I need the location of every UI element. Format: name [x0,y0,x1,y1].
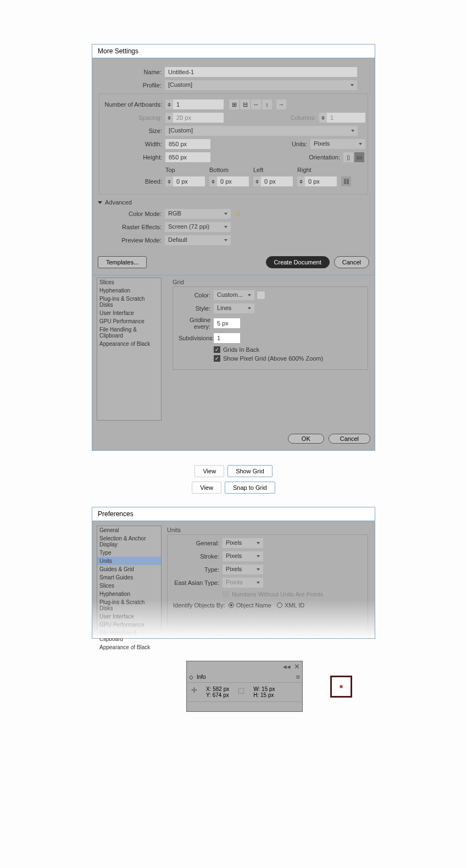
sidebar-item-type[interactable]: Type [97,549,161,557]
show-pixel-grid-check[interactable] [214,355,220,362]
sidebar-item-smartguides[interactable]: Smart Guides [97,573,161,582]
grids-in-back-check[interactable] [214,346,220,353]
artboards-spinner[interactable] [165,99,173,109]
subdiv-input[interactable] [214,333,240,343]
type-select[interactable]: Pixels [223,565,263,574]
width-input[interactable] [165,139,210,149]
grid-by-row-icon[interactable]: ⊞ [229,99,239,109]
templates-button[interactable]: Templates... [98,256,147,268]
arrange-rtl-icon[interactable]: ↕ [262,99,272,109]
width-label: Width: [102,141,165,147]
panel-menu-icon[interactable]: ≡ [296,673,300,681]
columns-label: Columns: [291,114,316,121]
bleed-left-input[interactable] [261,176,293,186]
info-title: Info [197,674,206,680]
units-select[interactable]: Pixels [310,139,365,149]
sidebar-item-black[interactable]: Appearance of Black [97,643,161,651]
orientation-label: Orientation: [309,154,340,161]
dialog-title: Preferences [92,507,375,521]
numbers-without-units-check [223,591,229,598]
gridline-input[interactable] [214,318,240,328]
grid-by-col-icon[interactable]: ⊟ [240,99,250,109]
sidebar-item-guides[interactable]: Guides & Grid [97,565,161,573]
portrait-icon[interactable]: ▯ [343,152,353,162]
arrange-arrow-icon[interactable]: → [276,99,286,109]
bleed-left-spinner[interactable] [253,176,261,186]
grid-style-label: Style: [179,305,214,312]
spacing-spinner [165,113,173,123]
preferences-grid-dialog: Slices Hyphenation Plug-ins & Scratch Di… [92,275,375,451]
ok-button[interactable]: OK [288,434,324,444]
stroke-label: Stroke: [173,553,223,560]
colormode-select[interactable]: RGB [165,209,231,219]
bleed-right-spinner[interactable] [297,176,305,186]
sidebar-item-slices[interactable]: Slices [97,582,161,590]
grid-color-swatch[interactable] [257,291,265,300]
sidebar-item-selection[interactable]: Selection & Anchor Display [97,534,161,549]
units-panel-title: Units [167,527,368,533]
sidebar-item-gpu[interactable]: GPU Performance [97,317,161,325]
info-y-value: 674 px [213,692,229,698]
east-asian-label: East Asian Type: [173,579,223,586]
name-input[interactable] [165,67,357,77]
bleed-right-label: Right [297,167,341,173]
bleed-top-spinner[interactable] [165,176,173,186]
columns-spinner [319,113,327,123]
spacing-input [173,113,224,123]
bleed-left-label: Left [253,167,297,173]
profile-label: Profile: [98,82,165,89]
cancel-button[interactable]: Cancel [334,256,369,268]
bleed-right-input[interactable] [305,176,337,186]
type-label: Type: [173,566,223,573]
close-icon[interactable]: ✕ [294,662,300,671]
grid-style-select[interactable]: Lines [214,303,254,313]
create-document-button[interactable]: Create Document [266,256,330,268]
profile-select[interactable]: [Custom] [165,80,357,90]
reference-thumbnail [330,676,352,698]
height-input[interactable] [165,152,210,162]
snap-to-grid-button[interactable]: Snap to Grid [225,482,275,494]
show-grid-button[interactable]: Show Grid [227,465,272,477]
advanced-toggle[interactable]: Advanced [98,199,369,206]
preview-select[interactable]: Default [165,235,231,245]
raster-select[interactable]: Screen (72 ppi) [165,222,231,232]
bleed-bottom-input[interactable] [217,176,249,186]
bleed-link-icon[interactable]: ⛓ [341,176,351,186]
sidebar-item-black[interactable]: Appearance of Black [97,340,161,348]
info-x-value: 582 px [213,686,229,692]
gridline-label: Gridline every: [179,317,214,330]
sidebar-item-slices[interactable]: Slices [97,278,161,286]
height-label: Height: [102,154,165,161]
stroke-select[interactable]: Pixels [223,551,263,561]
sidebar-item-general[interactable]: General [97,526,161,534]
warning-icon: ⚠ [235,210,241,218]
sidebar-item-hyphenation[interactable]: Hyphenation [97,590,161,598]
landscape-icon[interactable]: ▭ [354,152,364,162]
columns-input [327,113,365,123]
bleed-bottom-spinner[interactable] [209,176,217,186]
view-menu-button[interactable]: View [194,465,224,477]
artboards-label: Number of Artboards: [102,101,165,108]
info-panel: ◂◂ ✕ ◇ Info ≡ ✛ X: 582 px Y: 674 px ⬚ W:… [186,661,303,712]
artboards-input[interactable] [173,99,224,109]
size-select[interactable]: [Custom] [165,126,358,136]
grid-color-label: Color: [179,292,214,298]
sidebar-item-units[interactable]: Units [97,557,161,565]
arrange-ltr-icon[interactable]: ↔ [251,99,261,109]
view-menu-button-2[interactable]: View [192,482,221,494]
sidebar-item-ui[interactable]: User Interface [97,309,161,317]
sidebar-item-plugins[interactable]: Plug-ins & Scratch Disks [97,295,161,309]
collapse-icon[interactable]: ◂◂ [283,662,291,671]
general-label: General: [173,540,223,546]
east-asian-select: Points [223,578,263,588]
bleed-top-input[interactable] [173,176,205,186]
grid-color-select[interactable]: Custom... [214,290,254,300]
more-settings-dialog: More Settings Name: Profile: [Custom] Nu… [92,44,375,275]
sidebar-item-hyphenation[interactable]: Hyphenation [97,286,161,295]
units-label: Units: [292,141,307,147]
sidebar-item-filehandling[interactable]: File Handling & Clipboard [97,325,161,340]
bleed-bottom-label: Bottom [209,167,253,173]
general-select[interactable]: Pixels [223,538,263,548]
cancel-button[interactable]: Cancel [329,434,370,444]
dialog-title: More Settings [92,45,375,58]
